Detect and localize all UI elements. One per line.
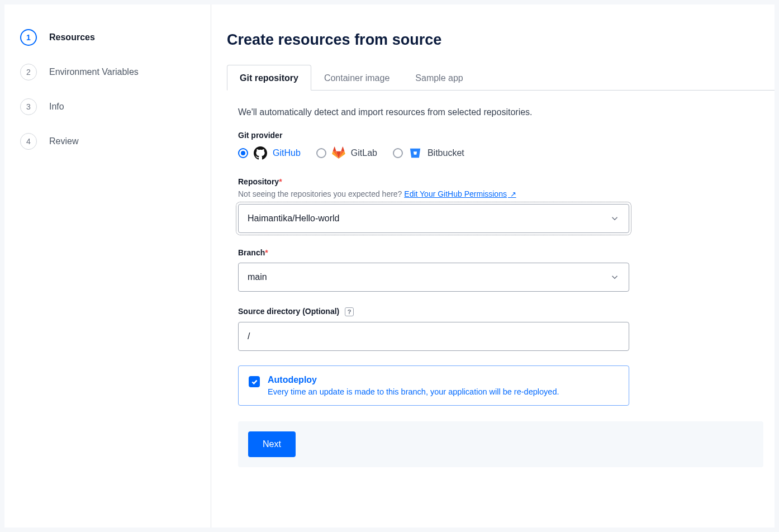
bitbucket-icon [408,146,422,160]
step-number: 4 [20,133,37,150]
main-content: Create resources from source Git reposit… [211,4,775,528]
source-tabs: Git repository Container image Sample ap… [227,64,775,91]
radio-icon [393,148,403,158]
step-label: Review [49,136,78,146]
github-icon [254,146,267,160]
step-number: 2 [20,64,37,80]
repository-value: Haimantika/Hello-world [248,213,340,224]
repository-select[interactable]: Haimantika/Hello-world [238,204,629,233]
tab-sample-app[interactable]: Sample app [402,65,476,91]
step-resources[interactable]: 1 Resources [20,23,197,58]
autodeploy-checkbox[interactable] [249,376,260,387]
intro-text: We'll automatically detect and import re… [238,107,763,117]
git-provider-options: GitHub GitLab Bitbucket [238,146,763,160]
provider-bitbucket[interactable]: Bitbucket [393,146,464,160]
provider-gitlab[interactable]: GitLab [316,146,377,160]
provider-github[interactable]: GitHub [238,146,301,160]
step-label: Environment Variables [49,67,139,77]
provider-label: Bitbucket [428,148,464,158]
edit-github-permissions-link[interactable]: Edit Your GitHub Permissions ↗ [404,189,516,198]
step-info[interactable]: 3 Info [20,93,197,127]
check-icon [251,378,258,386]
git-provider-label: Git provider [238,131,763,140]
tab-git-repository[interactable]: Git repository [227,65,311,91]
source-directory-label: Source directory (Optional) ? [238,307,354,316]
chevron-down-icon [610,213,620,224]
branch-label: Branch* [238,248,268,257]
branch-field: Branch* main [238,248,763,292]
footer-bar: Next [238,421,763,467]
step-label: Info [49,102,64,112]
tab-container-image[interactable]: Container image [311,65,402,91]
help-icon[interactable]: ? [345,307,354,316]
autodeploy-box: Autodeploy Every time an update is made … [238,365,629,406]
radio-icon [316,148,326,158]
external-link-icon: ↗ [508,190,516,198]
source-directory-input[interactable] [238,322,629,351]
stepper-sidebar: 1 Resources 2 Environment Variables 3 In… [4,4,211,528]
gitlab-icon [332,146,345,160]
repository-hint: Not seeing the repositories you expected… [238,189,763,198]
step-number: 3 [20,98,37,115]
step-label: Resources [49,32,95,42]
source-directory-field: Source directory (Optional) ? [238,306,763,351]
page-title: Create resources from source [227,31,775,49]
autodeploy-title: Autodeploy [268,375,559,385]
branch-select[interactable]: main [238,263,629,292]
repository-label: Repository* [238,177,282,186]
step-environment-variables[interactable]: 2 Environment Variables [20,58,197,93]
step-number: 1 [20,29,37,46]
provider-label: GitLab [351,148,377,158]
provider-label: GitHub [273,148,301,158]
branch-value: main [248,272,267,282]
autodeploy-description: Every time an update is made to this bra… [268,387,559,396]
step-review[interactable]: 4 Review [20,127,197,162]
radio-icon [238,148,248,158]
chevron-down-icon [610,272,620,282]
next-button[interactable]: Next [248,431,296,457]
repository-field: Repository* Not seeing the repositories … [238,177,763,233]
